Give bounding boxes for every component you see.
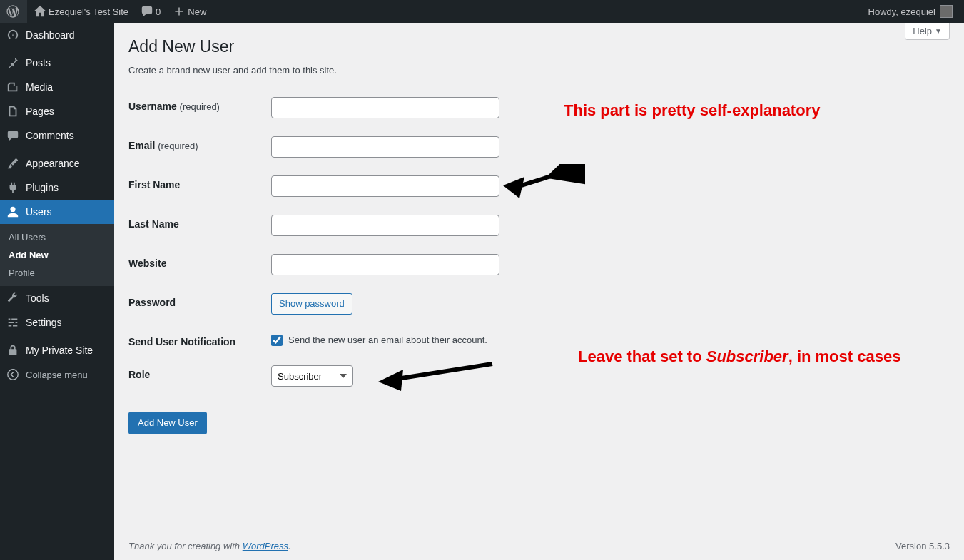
menu-label: My Private Site bbox=[26, 345, 93, 356]
wp-logo-menu[interactable] bbox=[0, 0, 27, 23]
menu-label: Plugins bbox=[26, 182, 59, 193]
footer-thanks: Thank you for creating with WordPress. bbox=[128, 541, 291, 551]
submenu-all-users[interactable]: All Users bbox=[0, 228, 114, 246]
lock-icon bbox=[6, 343, 20, 357]
paintbrush-icon bbox=[6, 156, 20, 170]
menu-label: Appearance bbox=[26, 158, 80, 169]
admin-sidemenu: Dashboard Posts Media Pages Comments App… bbox=[0, 23, 114, 560]
show-password-button[interactable]: Show password bbox=[271, 293, 352, 315]
menu-label: Users bbox=[26, 206, 52, 218]
footer-version: Version 5.5.3 bbox=[895, 541, 950, 551]
notify-checkbox-label[interactable]: Send the new user an email about their a… bbox=[288, 335, 487, 345]
howdy-text: Howdy, ezequiel bbox=[868, 6, 935, 17]
menu-private-site[interactable]: My Private Site bbox=[0, 338, 114, 362]
password-label: Password bbox=[128, 286, 271, 325]
menu-dashboard[interactable]: Dashboard bbox=[0, 23, 114, 47]
screen-meta: Help ▼ bbox=[905, 23, 950, 40]
svg-point-0 bbox=[8, 370, 18, 380]
dashboard-icon bbox=[6, 28, 20, 42]
help-tab[interactable]: Help ▼ bbox=[905, 23, 950, 40]
menu-label: Posts bbox=[26, 57, 51, 68]
wrench-icon bbox=[6, 291, 20, 305]
comments-menu[interactable]: 0 bbox=[134, 0, 166, 23]
submenu-profile[interactable]: Profile bbox=[0, 264, 114, 282]
lastname-label: Last Name bbox=[128, 208, 271, 247]
username-label: Username (required) bbox=[128, 90, 271, 129]
avatar-icon bbox=[940, 5, 953, 18]
page-title: Add New User bbox=[128, 23, 950, 59]
pin-icon bbox=[6, 56, 20, 70]
svg-marker-2 bbox=[503, 177, 524, 198]
new-label: New bbox=[188, 6, 206, 17]
wordpress-icon bbox=[6, 4, 20, 19]
svg-marker-4 bbox=[378, 370, 403, 391]
menu-label: Pages bbox=[26, 106, 54, 117]
lastname-input[interactable] bbox=[271, 215, 499, 236]
collapse-label: Collapse menu bbox=[26, 370, 88, 380]
help-label: Help bbox=[913, 26, 932, 36]
firstname-input[interactable] bbox=[271, 175, 499, 197]
website-label: Website bbox=[128, 247, 271, 286]
menu-posts[interactable]: Posts bbox=[0, 51, 114, 75]
firstname-label: First Name bbox=[128, 168, 271, 208]
menu-pages[interactable]: Pages bbox=[0, 99, 114, 123]
add-new-user-button[interactable]: Add New User bbox=[128, 412, 207, 434]
menu-appearance[interactable]: Appearance bbox=[0, 151, 114, 175]
page-subtitle: Create a brand new user and add them to … bbox=[128, 65, 950, 76]
media-icon bbox=[6, 80, 20, 94]
comment-bubble-icon bbox=[140, 4, 154, 19]
collapse-icon bbox=[6, 367, 20, 382]
site-name-menu[interactable]: Ezequiel's Test Site bbox=[27, 0, 134, 23]
my-account-menu[interactable]: Howdy, ezequiel bbox=[863, 0, 958, 23]
role-label: Role bbox=[128, 358, 271, 397]
arrow-top bbox=[499, 164, 585, 207]
menu-media[interactable]: Media bbox=[0, 75, 114, 99]
notify-checkbox[interactable] bbox=[271, 335, 283, 346]
comments-count: 0 bbox=[156, 6, 161, 17]
admin-toolbar: Ezequiel's Test Site 0 New Howdy, ezequi… bbox=[0, 0, 964, 23]
submenu-add-new[interactable]: Add New bbox=[0, 246, 114, 264]
content-area: Help ▼ Add New User Create a brand new u… bbox=[114, 23, 964, 560]
site-name-label: Ezequiel's Test Site bbox=[49, 6, 128, 17]
website-input[interactable] bbox=[271, 254, 499, 275]
annotation-top: This part is pretty self-explanatory bbox=[564, 100, 820, 122]
menu-tools[interactable]: Tools bbox=[0, 286, 114, 310]
arrow-bottom bbox=[371, 357, 499, 392]
username-input[interactable] bbox=[271, 97, 499, 118]
collapse-menu[interactable]: Collapse menu bbox=[0, 362, 114, 387]
new-content-menu[interactable]: New bbox=[166, 0, 212, 23]
page-icon bbox=[6, 104, 20, 118]
admin-footer: Thank you for creating with WordPress. V… bbox=[114, 531, 964, 560]
menu-comments[interactable]: Comments bbox=[0, 123, 114, 148]
menu-label: Comments bbox=[26, 130, 74, 141]
notify-label: Send User Notification bbox=[128, 325, 271, 358]
submenu-users: All Users Add New Profile bbox=[0, 224, 114, 286]
plug-icon bbox=[6, 180, 20, 195]
menu-label: Settings bbox=[26, 317, 62, 328]
home-icon bbox=[33, 4, 47, 19]
menu-settings[interactable]: Settings bbox=[0, 310, 114, 335]
menu-label: Tools bbox=[26, 292, 49, 304]
comments-icon bbox=[6, 128, 20, 143]
chevron-down-icon: ▼ bbox=[935, 27, 942, 35]
plus-icon bbox=[172, 4, 186, 19]
menu-users[interactable]: Users bbox=[0, 200, 114, 224]
menu-label: Dashboard bbox=[26, 29, 75, 41]
user-icon bbox=[6, 205, 20, 219]
svg-line-3 bbox=[392, 364, 492, 380]
email-label: Email (required) bbox=[128, 129, 271, 168]
sliders-icon bbox=[6, 315, 20, 330]
menu-label: Media bbox=[26, 81, 53, 93]
annotation-bottom: Leave that set to Subscriber, in most ca… bbox=[578, 346, 900, 368]
email-input[interactable] bbox=[271, 136, 499, 158]
role-select[interactable]: Subscriber bbox=[271, 365, 353, 387]
wordpress-link[interactable]: WordPress bbox=[243, 541, 288, 551]
menu-plugins[interactable]: Plugins bbox=[0, 175, 114, 200]
